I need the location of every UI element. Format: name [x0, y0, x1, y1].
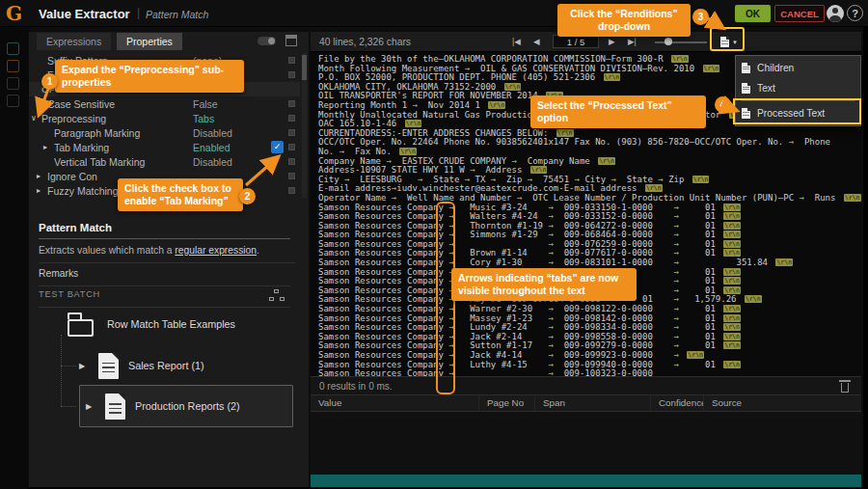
tab-arrow-glyph: →: [673, 322, 678, 332]
crlf-marker: \r\n: [723, 204, 741, 211]
tab-expressions[interactable]: Expressions: [37, 33, 111, 50]
property-row[interactable]: Vertical Tab MarkingDisabled: [29, 154, 300, 169]
tree-item-label: Sales Report (1): [128, 360, 204, 371]
column-header-page-no[interactable]: Page No: [479, 395, 535, 411]
crlf-marker: \r\n: [530, 166, 548, 174]
crlf-marker: \r\n: [723, 240, 741, 248]
tab-properties[interactable]: Properties: [117, 33, 182, 50]
ok-button[interactable]: OK: [735, 5, 771, 22]
zoom-slider-thumb[interactable]: [665, 38, 672, 45]
property-row-indicator: [288, 57, 295, 64]
tab-arrow-glyph: →: [673, 267, 678, 277]
property-row[interactable]: ▸Tab MarkingEnabled✓: [29, 140, 300, 154]
menu-item-children[interactable]: Children: [736, 58, 860, 78]
clear-results-trash-icon[interactable]: [841, 383, 849, 393]
next-page-button[interactable]: ▶: [609, 37, 615, 46]
expander-icon[interactable]: ▸: [43, 140, 54, 154]
property-row[interactable]: Case SensitiveFalse: [29, 96, 300, 111]
tab-marking-checkbox[interactable]: ✓: [271, 141, 284, 153]
regular-expression-link[interactable]: regular expression: [175, 245, 257, 256]
expander-icon[interactable]: ∨: [31, 111, 41, 125]
tab-arrow-glyph: →: [673, 248, 678, 258]
tab-arrow-glyph: →: [339, 147, 344, 156]
column-header-confidence[interactable]: Confidence: [651, 395, 704, 411]
cancel-button[interactable]: CANCEL: [774, 5, 825, 22]
user-account-icon[interactable]: [827, 5, 844, 22]
expander-icon[interactable]: ▸: [37, 169, 47, 183]
crlf-marker: \r\n: [775, 258, 793, 266]
last-page-button[interactable]: ▶|: [628, 37, 637, 46]
crlf-marker: \r\n: [723, 333, 741, 340]
extractor-type-title: Pattern Match: [39, 222, 290, 239]
tab-arrow-glyph: →: [673, 258, 678, 267]
property-row[interactable]: Paragraph MarkingDisabled: [29, 125, 300, 140]
tree-item-label: Production Reports (2): [135, 400, 240, 412]
crlf-marker: \r\n: [723, 212, 741, 220]
batch-view-icon[interactable]: [269, 289, 285, 301]
tab-arrow-glyph: →: [548, 368, 553, 376]
column-header-span[interactable]: Span: [535, 395, 651, 411]
menu-item-text[interactable]: Text: [736, 78, 860, 98]
property-grid-scrollbar[interactable]: [302, 53, 307, 198]
property-row-indicator: [288, 144, 295, 150]
tab-arrow-glyph: →: [548, 340, 553, 350]
column-header-value[interactable]: Value: [311, 395, 479, 411]
callout-select-processed-text: Select the “Processed Text” option: [530, 95, 706, 128]
crlf-marker: \r\n: [405, 120, 422, 127]
test-batch-tree: Row Match Table Examples ▶ Sales Report …: [29, 306, 301, 487]
background-app-strip: [0, 27, 29, 489]
expander-icon[interactable]: ▸: [37, 183, 47, 198]
screen: G Value Extractor | Pattern Match OK CAN…: [0, 0, 868, 489]
tab-arrow-glyph: →: [548, 211, 553, 221]
property-label: Paragraph Marking: [54, 127, 193, 139]
panel-layout-icon[interactable]: [285, 35, 297, 46]
expander-icon[interactable]: ▶: [79, 362, 89, 370]
property-value[interactable]: Tabs: [193, 113, 285, 124]
menu-item-label: Text: [757, 83, 775, 94]
property-value[interactable]: Disabled: [193, 156, 285, 168]
tree-item-label: Row Match Table Examples: [107, 318, 235, 330]
tab-arrow-glyph: →: [548, 258, 553, 267]
toggle-switch-icon[interactable]: [258, 37, 276, 45]
text-line: Samson Resources Company → → 009-100323-…: [318, 369, 861, 376]
zoom-slider-track[interactable]: [655, 41, 707, 43]
text-stats: 40 lines, 2,326 chars: [319, 37, 411, 47]
property-row-indicator: [288, 100, 295, 107]
horizontal-scrollbar[interactable]: [311, 475, 861, 487]
window-subtitle: Pattern Match: [146, 9, 208, 20]
description-text: Extracts values which match a: [39, 245, 175, 256]
results-status-text: 0 results in 0 ms.: [319, 381, 393, 392]
properties-panel: Expressions Properties Suffix Pattern(no…: [29, 32, 309, 487]
tab-arrow-glyph: →: [465, 64, 470, 73]
tab-arrow-glyph: →: [413, 100, 418, 110]
first-page-button[interactable]: |◀: [512, 37, 521, 46]
step-badge-1: 1: [41, 73, 58, 90]
tab-arrow-glyph: →: [673, 332, 678, 341]
tab-arrow-glyph: →: [491, 175, 496, 184]
expander-icon[interactable]: ▶: [86, 402, 95, 411]
background-tree-icon: [7, 95, 19, 107]
background-tree-icon: [7, 42, 19, 55]
property-value[interactable]: False: [193, 98, 285, 110]
page-indicator[interactable]: 1 / 5: [553, 35, 599, 48]
tree-item-document[interactable]: ▶ Sales Report (1): [79, 348, 204, 383]
background-tree-icon: [7, 77, 19, 90]
document-icon: [105, 394, 125, 420]
property-value[interactable]: Disabled: [193, 127, 285, 139]
tab-arrow-glyph: →: [548, 322, 553, 332]
property-value[interactable]: Enabled: [193, 142, 271, 153]
tree-item-folder[interactable]: Row Match Table Examples: [68, 308, 235, 340]
title-separator: |: [137, 6, 140, 19]
highlight-box-renditions: [710, 27, 745, 51]
tab-arrow-glyph: →: [611, 175, 616, 184]
previous-page-button[interactable]: ◀: [533, 37, 540, 46]
crlf-marker: \r\n: [723, 341, 741, 349]
tree-item-document-selected[interactable]: ▶ Production Reports (2): [79, 385, 293, 427]
property-row[interactable]: ∨PreprocessingTabs: [29, 111, 300, 125]
crlf-marker: \r\n: [703, 65, 720, 72]
crlf-marker: \r\n: [745, 295, 762, 303]
tab-arrow-glyph: →: [673, 313, 678, 323]
column-header-source[interactable]: Source: [704, 395, 861, 411]
tab-arrow-glyph: →: [548, 221, 553, 231]
help-icon[interactable]: ?: [847, 5, 863, 21]
